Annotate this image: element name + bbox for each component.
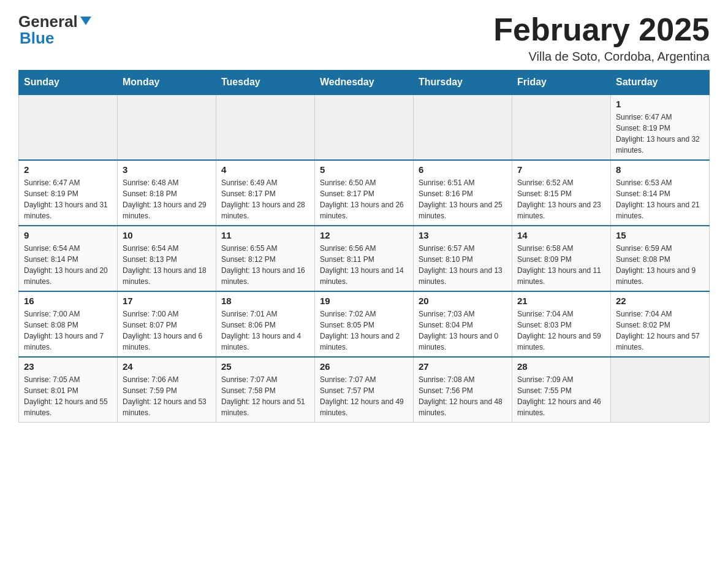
calendar-cell <box>118 94 216 160</box>
calendar-cell: 11Sunrise: 6:55 AMSunset: 8:12 PMDayligh… <box>216 226 315 291</box>
calendar-cell: 4Sunrise: 6:49 AMSunset: 8:17 PMDaylight… <box>216 160 315 226</box>
day-number: 11 <box>221 230 309 240</box>
calendar-cell <box>216 94 315 160</box>
day-info: Sunrise: 6:56 AMSunset: 8:11 PMDaylight:… <box>320 243 408 287</box>
day-info: Sunrise: 6:57 AMSunset: 8:10 PMDaylight:… <box>419 243 507 287</box>
day-number: 4 <box>221 164 309 175</box>
month-title: February 2025 <box>493 12 710 47</box>
calendar-cell: 17Sunrise: 7:00 AMSunset: 8:07 PMDayligh… <box>118 291 216 357</box>
day-info: Sunrise: 7:04 AMSunset: 8:03 PMDaylight:… <box>517 308 605 353</box>
calendar-cell: 19Sunrise: 7:02 AMSunset: 8:05 PMDayligh… <box>315 291 414 357</box>
day-info: Sunrise: 7:07 AMSunset: 7:57 PMDaylight:… <box>320 374 408 418</box>
day-info: Sunrise: 7:00 AMSunset: 8:08 PMDaylight:… <box>24 308 112 353</box>
calendar-week-row: 23Sunrise: 7:05 AMSunset: 8:01 PMDayligh… <box>19 357 710 423</box>
day-info: Sunrise: 6:48 AMSunset: 8:18 PMDaylight:… <box>123 177 211 221</box>
calendar-week-row: 1Sunrise: 6:47 AMSunset: 8:19 PMDaylight… <box>19 94 710 160</box>
calendar-cell: 14Sunrise: 6:58 AMSunset: 8:09 PMDayligh… <box>512 226 611 291</box>
calendar-cell: 16Sunrise: 7:00 AMSunset: 8:08 PMDayligh… <box>19 291 118 357</box>
calendar-cell: 26Sunrise: 7:07 AMSunset: 7:57 PMDayligh… <box>315 357 414 423</box>
day-number: 27 <box>419 361 507 372</box>
day-number: 17 <box>123 296 211 306</box>
calendar-cell: 1Sunrise: 6:47 AMSunset: 8:19 PMDaylight… <box>611 94 710 160</box>
calendar-cell: 5Sunrise: 6:50 AMSunset: 8:17 PMDaylight… <box>315 160 414 226</box>
day-info: Sunrise: 6:49 AMSunset: 8:17 PMDaylight:… <box>221 177 309 221</box>
day-number: 7 <box>517 164 605 175</box>
calendar-cell: 25Sunrise: 7:07 AMSunset: 7:58 PMDayligh… <box>216 357 315 423</box>
weekday-header-row: SundayMondayTuesdayWednesdayThursdayFrid… <box>19 71 710 95</box>
day-number: 8 <box>616 164 704 175</box>
logo-triangle-icon <box>79 14 93 28</box>
day-info: Sunrise: 6:59 AMSunset: 8:08 PMDaylight:… <box>616 243 704 287</box>
calendar-cell <box>512 94 611 160</box>
day-number: 15 <box>616 230 704 240</box>
calendar-cell <box>611 357 710 423</box>
day-info: Sunrise: 7:07 AMSunset: 7:58 PMDaylight:… <box>221 374 309 418</box>
day-number: 5 <box>320 164 408 175</box>
day-info: Sunrise: 6:53 AMSunset: 8:14 PMDaylight:… <box>616 177 704 221</box>
calendar-week-row: 2Sunrise: 6:47 AMSunset: 8:19 PMDaylight… <box>19 160 710 226</box>
day-number: 19 <box>320 296 408 306</box>
day-info: Sunrise: 7:03 AMSunset: 8:04 PMDaylight:… <box>419 308 507 353</box>
calendar-cell: 21Sunrise: 7:04 AMSunset: 8:03 PMDayligh… <box>512 291 611 357</box>
calendar-cell: 3Sunrise: 6:48 AMSunset: 8:18 PMDaylight… <box>118 160 216 226</box>
day-number: 23 <box>24 361 112 372</box>
weekday-header-friday: Friday <box>512 71 611 95</box>
calendar-cell: 24Sunrise: 7:06 AMSunset: 7:59 PMDayligh… <box>118 357 216 423</box>
calendar-cell: 6Sunrise: 6:51 AMSunset: 8:16 PMDaylight… <box>414 160 512 226</box>
calendar-cell: 12Sunrise: 6:56 AMSunset: 8:11 PMDayligh… <box>315 226 414 291</box>
weekday-header-sunday: Sunday <box>19 71 118 95</box>
calendar-cell: 10Sunrise: 6:54 AMSunset: 8:13 PMDayligh… <box>118 226 216 291</box>
day-number: 18 <box>221 296 309 306</box>
day-info: Sunrise: 7:05 AMSunset: 8:01 PMDaylight:… <box>24 374 112 418</box>
day-number: 26 <box>320 361 408 372</box>
day-number: 12 <box>320 230 408 240</box>
calendar-cell <box>19 94 118 160</box>
day-info: Sunrise: 7:02 AMSunset: 8:05 PMDaylight:… <box>320 308 408 353</box>
day-info: Sunrise: 7:04 AMSunset: 8:02 PMDaylight:… <box>616 308 704 353</box>
day-number: 25 <box>221 361 309 372</box>
weekday-header-wednesday: Wednesday <box>315 71 414 95</box>
day-number: 24 <box>123 361 211 372</box>
day-number: 1 <box>616 99 704 109</box>
calendar-cell: 8Sunrise: 6:53 AMSunset: 8:14 PMDaylight… <box>611 160 710 226</box>
calendar-table: SundayMondayTuesdayWednesdayThursdayFrid… <box>18 70 710 423</box>
calendar-cell: 28Sunrise: 7:09 AMSunset: 7:55 PMDayligh… <box>512 357 611 423</box>
day-info: Sunrise: 6:51 AMSunset: 8:16 PMDaylight:… <box>419 177 507 221</box>
page-header: General Blue February 2025 Villa de Soto… <box>18 12 710 64</box>
day-number: 22 <box>616 296 704 306</box>
calendar-cell <box>315 94 414 160</box>
day-info: Sunrise: 6:47 AMSunset: 8:19 PMDaylight:… <box>616 112 704 156</box>
day-number: 16 <box>24 296 112 306</box>
day-number: 2 <box>24 164 112 175</box>
day-info: Sunrise: 6:54 AMSunset: 8:13 PMDaylight:… <box>123 243 211 287</box>
day-number: 28 <box>517 361 605 372</box>
day-info: Sunrise: 7:00 AMSunset: 8:07 PMDaylight:… <box>123 308 211 353</box>
title-area: February 2025 Villa de Soto, Cordoba, Ar… <box>493 12 710 64</box>
location-subtitle: Villa de Soto, Cordoba, Argentina <box>493 50 710 64</box>
calendar-header: SundayMondayTuesdayWednesdayThursdayFrid… <box>19 71 710 95</box>
calendar-cell: 20Sunrise: 7:03 AMSunset: 8:04 PMDayligh… <box>414 291 512 357</box>
day-info: Sunrise: 6:50 AMSunset: 8:17 PMDaylight:… <box>320 177 408 221</box>
calendar-cell: 2Sunrise: 6:47 AMSunset: 8:19 PMDaylight… <box>19 160 118 226</box>
logo-text-blue: Blue <box>20 29 54 47</box>
calendar-cell: 23Sunrise: 7:05 AMSunset: 8:01 PMDayligh… <box>19 357 118 423</box>
calendar-cell <box>414 94 512 160</box>
calendar-body: 1Sunrise: 6:47 AMSunset: 8:19 PMDaylight… <box>19 94 710 423</box>
calendar-cell: 15Sunrise: 6:59 AMSunset: 8:08 PMDayligh… <box>611 226 710 291</box>
day-info: Sunrise: 7:06 AMSunset: 7:59 PMDaylight:… <box>123 374 211 418</box>
day-info: Sunrise: 6:55 AMSunset: 8:12 PMDaylight:… <box>221 243 309 287</box>
weekday-header-monday: Monday <box>118 71 216 95</box>
calendar-week-row: 9Sunrise: 6:54 AMSunset: 8:14 PMDaylight… <box>19 226 710 291</box>
day-number: 6 <box>419 164 507 175</box>
day-number: 9 <box>24 230 112 240</box>
day-info: Sunrise: 6:52 AMSunset: 8:15 PMDaylight:… <box>517 177 605 221</box>
weekday-header-saturday: Saturday <box>611 71 710 95</box>
day-number: 13 <box>419 230 507 240</box>
day-number: 3 <box>123 164 211 175</box>
calendar-cell: 18Sunrise: 7:01 AMSunset: 8:06 PMDayligh… <box>216 291 315 357</box>
svg-marker-0 <box>80 17 91 25</box>
calendar-cell: 22Sunrise: 7:04 AMSunset: 8:02 PMDayligh… <box>611 291 710 357</box>
weekday-header-thursday: Thursday <box>414 71 512 95</box>
day-number: 21 <box>517 296 605 306</box>
weekday-header-tuesday: Tuesday <box>216 71 315 95</box>
